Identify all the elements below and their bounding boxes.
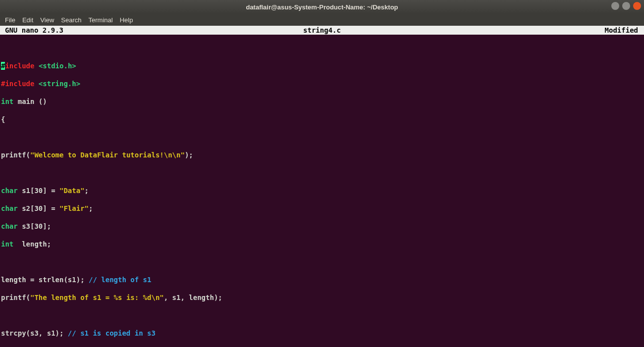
window-titlebar: dataflair@asus-System-Product-Name: ~/De… [0,0,644,14]
nano-filename: string4.c [213,26,431,35]
nano-header: GNU nano 2.9.3 string4.c Modified [0,26,644,35]
menu-edit[interactable]: Edit [22,16,33,24]
code-line: #include <stdio.h> [0,61,644,70]
maximize-icon[interactable] [622,2,630,10]
code-line: char s3[30]; [0,222,644,231]
menu-terminal[interactable]: Terminal [89,16,113,24]
close-icon[interactable] [633,2,641,10]
menubar: File Edit View Search Terminal Help [0,14,644,26]
code-line: int length; [0,240,644,248]
code-line: length = strlen(s1); // length of s1 [0,275,644,284]
window-controls [611,2,641,10]
code-line: char s1[30] = "Data"; [0,186,644,195]
nano-status: Modified [431,26,644,35]
nano-version: GNU nano 2.9.3 [0,26,213,35]
code-line: char s2[30] = "Flair"; [0,204,644,213]
code-line: printf("Welcome to DataFlair tutorials!\… [0,150,644,159]
code-line: #include <string.h> [0,79,644,88]
minimize-icon[interactable] [611,2,619,10]
window-title: dataflair@asus-System-Product-Name: ~/De… [246,3,398,11]
menu-file[interactable]: File [5,16,15,24]
code-line: int main () [0,97,644,106]
code-line: { [0,115,644,124]
menu-view[interactable]: View [40,16,54,24]
editor-area[interactable]: #include <stdio.h> #include <string.h> i… [0,35,644,347]
code-line: strcpy(s3, s1); // s1 is copied in s3 [0,329,644,338]
menu-search[interactable]: Search [61,16,81,24]
menu-help[interactable]: Help [120,16,133,24]
code-line: printf("The length of s1 = %s is: %d\n",… [0,293,644,302]
